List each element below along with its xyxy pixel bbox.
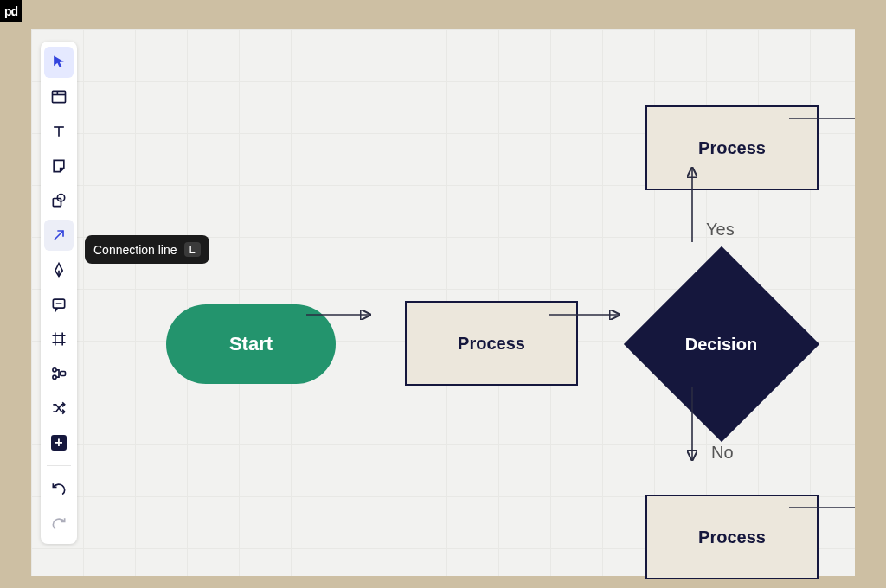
canvas-viewport[interactable]: Start Process Process Process Decision Y… xyxy=(31,29,855,576)
crop-frame-icon xyxy=(50,330,67,348)
tool-pen[interactable] xyxy=(44,254,74,285)
tool-redo[interactable] xyxy=(44,508,74,539)
node-process-top[interactable]: Process xyxy=(645,105,819,190)
redo-icon xyxy=(50,514,67,532)
cursor-icon xyxy=(50,54,67,71)
plus-square-icon: + xyxy=(51,435,67,451)
tool-text[interactable] xyxy=(44,116,74,147)
tool-undo[interactable] xyxy=(44,473,74,504)
tool-shape[interactable] xyxy=(44,185,74,216)
shape-union-icon xyxy=(50,192,67,209)
toolbar-divider xyxy=(47,465,71,466)
text-icon xyxy=(50,123,67,140)
tooltip-shortcut: L xyxy=(184,242,201,257)
tool-comment[interactable] xyxy=(44,289,74,320)
svg-rect-11 xyxy=(53,199,61,207)
tool-frame[interactable] xyxy=(44,323,74,355)
svg-rect-6 xyxy=(53,91,66,102)
tooltip-connection: Connection line L xyxy=(85,235,209,264)
node-start[interactable]: Start xyxy=(166,304,336,384)
undo-icon xyxy=(50,480,67,497)
node-decision[interactable]: Decision xyxy=(624,246,819,442)
shuffle-icon xyxy=(50,399,67,417)
tool-select[interactable] xyxy=(44,47,74,78)
tooltip-label: Connection line xyxy=(93,243,177,257)
pen-fountain-icon xyxy=(50,261,67,278)
comment-icon xyxy=(50,296,67,313)
nodes-icon xyxy=(50,365,67,382)
tool-nodes[interactable] xyxy=(44,358,74,389)
node-process-mid[interactable]: Process xyxy=(405,301,578,386)
svg-point-21 xyxy=(53,368,56,372)
svg-line-13 xyxy=(55,231,63,240)
svg-point-22 xyxy=(53,375,56,379)
svg-rect-23 xyxy=(61,372,66,376)
tool-container[interactable] xyxy=(44,81,74,112)
node-process-bot[interactable]: Process xyxy=(645,495,819,579)
tool-shuffle[interactable] xyxy=(44,393,74,424)
tool-add[interactable]: + xyxy=(44,427,74,458)
brand-badge: pd xyxy=(0,0,22,22)
edge-label-yes: Yes xyxy=(706,220,735,240)
arrow-upright-icon xyxy=(50,227,67,244)
layout-icon xyxy=(50,88,67,105)
tool-note[interactable] xyxy=(44,150,74,182)
toolbar: + xyxy=(41,42,77,544)
sticky-note-icon xyxy=(50,157,67,175)
tool-connection[interactable] xyxy=(44,220,74,251)
edge-label-no: No xyxy=(711,443,734,463)
